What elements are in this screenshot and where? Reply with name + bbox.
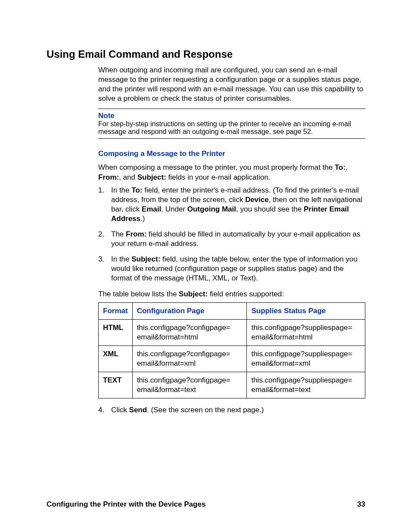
section-heading: Using Email Command and Response — [47, 48, 365, 60]
table-row: XML this.configpage?​configpage=​email&​… — [99, 345, 365, 372]
col-config-page: Configuration Page — [132, 302, 247, 319]
note-text: For step-by-step instructions on setting… — [98, 120, 351, 135]
subject-field: Subject: — [131, 255, 160, 263]
step-3: In the Subject: field, using the table b… — [98, 255, 365, 283]
text: . Under — [161, 205, 187, 213]
outgoing-mail: Outgoing Mail — [187, 205, 236, 213]
cell-config: this.configpage?​configpage=​email&​form… — [132, 372, 247, 398]
compose-intro: When composing a message to the printer,… — [98, 163, 365, 182]
cell-format: TEXT — [99, 372, 133, 398]
step-4: Click Send. (See the screen on the next … — [98, 405, 365, 415]
email-link: Email — [142, 205, 161, 213]
cell-format: HTML — [99, 319, 133, 345]
text: The table below lists the — [98, 290, 179, 298]
cell-config: this.configpage?​configpage=​email&​form… — [132, 319, 247, 345]
table-row: HTML this.configpage?​configpage=​email&… — [99, 319, 365, 345]
subheading: Composing a Message to the Printer — [98, 149, 365, 159]
from-field: From: — [98, 173, 119, 181]
body-indent: When outgoing and incoming mail are conf… — [98, 65, 365, 415]
intro-paragraph: When outgoing and incoming mail are conf… — [98, 65, 365, 103]
page-footer: Configuring the Printer with the Device … — [47, 500, 365, 509]
to-field: To: — [335, 163, 346, 171]
col-format: Format — [99, 302, 133, 319]
cell-format: XML — [99, 345, 133, 372]
text: , and — [119, 173, 137, 181]
table-row: TEXT this.configpage?​configpage=​email&… — [99, 372, 365, 398]
subject-field: Subject: — [137, 173, 166, 181]
table-caption: The table below lists the Subject: field… — [98, 289, 365, 299]
cell-supplies: this.configpage?​suppliespage=​email&​fo… — [247, 345, 365, 372]
to-field: To: — [131, 186, 142, 194]
text: field should be filled in automatically … — [111, 230, 360, 248]
col-supplies-page: Supplies Status Page — [247, 302, 365, 319]
steps-list-cont: Click Send. (See the screen on the next … — [98, 405, 365, 415]
page: Using Email Command and Response When ou… — [0, 0, 411, 532]
text: When composing a message to the printer,… — [98, 163, 335, 171]
note-block: Note For step-by-step instructions on se… — [98, 109, 365, 139]
step-1: In the To: field, enter the printer's e-… — [98, 186, 365, 224]
cell-config: this.configpage?​configpage=​email&​form… — [132, 345, 247, 372]
from-field: From: — [126, 230, 146, 238]
cell-supplies: this.configpage?​suppliespage=​email&​fo… — [247, 319, 365, 345]
text: In the — [111, 255, 131, 263]
note-label: Note — [98, 112, 365, 120]
text: In the — [111, 186, 131, 194]
text: The — [111, 230, 126, 238]
subject-field: Subject: — [179, 290, 208, 298]
text: .) — [140, 215, 145, 223]
device-link: Device — [245, 196, 269, 204]
steps-list: In the To: field, enter the printer's e-… — [98, 186, 365, 283]
content: Using Email Command and Response When ou… — [47, 48, 365, 421]
page-number: 33 — [357, 500, 365, 509]
text: field entries supported: — [208, 290, 284, 298]
text: fields in your e-mail application. — [166, 173, 271, 181]
text: , — [346, 163, 348, 171]
text: Click — [111, 406, 129, 414]
footer-title: Configuring the Printer with the Device … — [47, 500, 206, 508]
subject-table: Format Configuration Page Supplies Statu… — [98, 302, 365, 399]
text: . (See the screen on the next page.) — [147, 406, 264, 414]
send-button-label: Send — [129, 406, 147, 414]
text: , you should see the — [236, 205, 304, 213]
cell-supplies: this.configpage?​suppliespage=​email&​fo… — [247, 372, 365, 398]
table-header-row: Format Configuration Page Supplies Statu… — [99, 302, 365, 319]
step-2: The From: field should be filled in auto… — [98, 230, 365, 249]
